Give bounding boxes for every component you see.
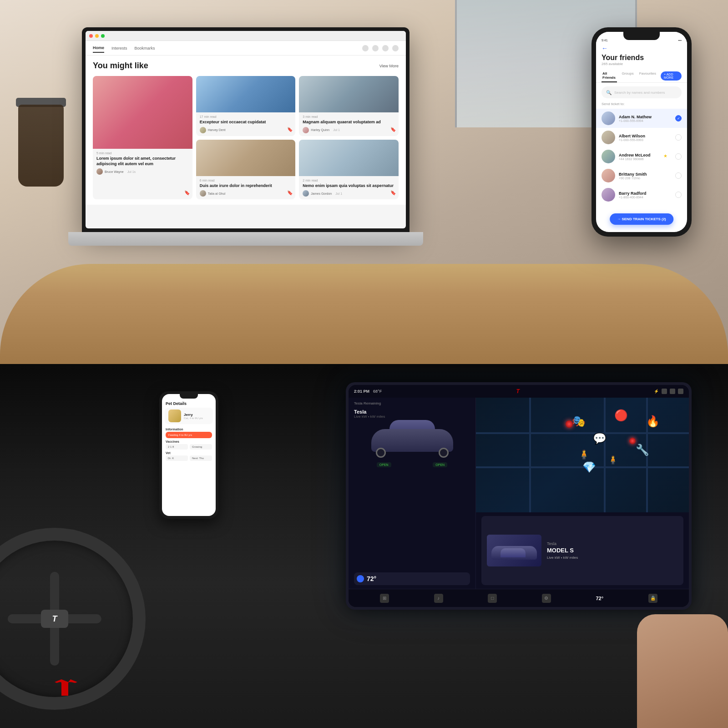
laptop-base [68, 232, 423, 246]
card-4[interactable]: 6 min read Duis aute irure dolor in repr… [196, 140, 296, 200]
friend-phone-barry: +1-800-400-8944 [619, 196, 672, 199]
card-5[interactable]: 2 min read Nemo enim ipsam quia voluptas… [299, 140, 399, 200]
phone-tab-groups[interactable]: Groups [621, 70, 634, 82]
car-phone-pet-row: Jerry Cat, 4 to 9U yrs [165, 408, 213, 424]
card-3-author: Harley Quinn Jul 1 [303, 127, 395, 133]
nav-tab-bookmarks[interactable]: Bookmarks [135, 44, 155, 52]
card-1-title: Lorem ipsum dolor sit amet, consectetur … [96, 156, 189, 167]
friend-check-albert[interactable] [675, 134, 682, 141]
search-icon[interactable] [362, 45, 369, 51]
tesla-bottom-phone-icon[interactable]: □ [488, 594, 497, 603]
close-button[interactable] [89, 34, 93, 38]
tesla-main-screen[interactable]: 2:01 PM 68°F T ⚡ Tesla Remaining Tesla L… [346, 382, 692, 610]
card-4-bookmark[interactable]: 🔖 [287, 190, 292, 196]
maximize-button[interactable] [101, 34, 105, 38]
tesla-wifi-icon [662, 389, 667, 394]
car-phone-screen: Pet Details Jerry Cat, 4 to 9U yrs Infor… [162, 394, 216, 516]
friend-info-brittany: Brittany Smith +90 208 7/2mo [619, 172, 672, 180]
page-title: You might like [93, 61, 148, 71]
card-4-image [196, 140, 296, 176]
phone-time: 9:41 [602, 39, 608, 42]
friend-item-andrew[interactable]: Andrew McLeod +44 1632 960886 ★ [596, 147, 687, 166]
card-1[interactable]: 5 min read Lorem ipsum dolor sit amet, c… [93, 76, 192, 199]
card-2-meta: 17 min read [200, 115, 292, 118]
tesla-status-icons: ⚡ [654, 389, 683, 394]
friend-star-andrew: ★ [663, 153, 670, 160]
friend-item-albert[interactable]: Albert Wilson +1-000-555-6993 [596, 128, 687, 147]
climate-temp: 72° [367, 575, 376, 582]
friend-avatar-adam [602, 111, 615, 125]
car-phone-sections: Information Feeding 4 to 9U yrs Vaccines… [162, 424, 216, 463]
nav-tab-interests[interactable]: Interests [111, 44, 127, 52]
climate-control[interactable]: 72° [354, 572, 470, 585]
friend-avatar-barry [602, 188, 615, 202]
friend-item-adam[interactable]: Adam N. Mathew +1-000-555-6994 ✓ [596, 109, 687, 128]
friend-check-brittany[interactable] [675, 172, 682, 179]
tesla-screen-inner: 2:01 PM 68°F T ⚡ Tesla Remaining Tesla L… [349, 385, 689, 607]
bottom-section: T Pet Details Jerry Cat, 4 to 9U yrs [0, 364, 728, 728]
door-label-rear[interactable]: OPEN [433, 462, 447, 467]
tesla-bottom-music-icon[interactable]: ♪ [434, 594, 443, 603]
tesla-map[interactable]: 🎭 💬 🔴 🔧 🔥 💎 🧍 🧍 [476, 398, 689, 512]
friend-phone-albert: +1-000-555-6993 [619, 138, 672, 142]
tesla-right-panel: 🎭 💬 🔴 🔧 🔥 💎 🧍 🧍 [476, 398, 689, 589]
card-1-author: Bruce Wayne Jul 1s [96, 168, 189, 175]
card-2-bookmark[interactable]: 🔖 [287, 127, 292, 132]
tesla-car-sub: Live kW • kW miles [349, 415, 475, 419]
card-2-title: Excepteur sint occaecat cupidatat [200, 120, 292, 125]
tesla-bottom-apps-icon[interactable]: ⚙ [542, 594, 551, 603]
tesla-panel-header: Tesla Remaining [349, 398, 475, 409]
view-more-link[interactable]: View More [379, 64, 399, 68]
car-phone-title: Pet Details [166, 401, 212, 406]
map-road-3 [529, 398, 531, 512]
card-4-body: 6 min read Duis aute irure dolor in repr… [196, 176, 296, 200]
nav-tab-home[interactable]: Home [93, 44, 104, 53]
tesla-ad-brand: Tesla [547, 541, 678, 546]
tesla-car-name: Tesla [349, 409, 475, 415]
info-card: Feeding 4 to 9U yrs [166, 432, 212, 438]
car-phone-notch [180, 394, 198, 399]
tesla-ad-detail: Live kW • kW miles [547, 556, 678, 560]
phone-tab-favourites[interactable]: Favourites [638, 70, 657, 82]
vaccines-section-label: Vaccines [166, 440, 212, 443]
friend-check-adam[interactable]: ✓ [675, 115, 682, 121]
card-1-time: Jul 1s [127, 170, 136, 173]
add-icon[interactable] [382, 45, 389, 51]
game-element-gem: 💎 [582, 461, 596, 474]
card-5-meta: 2 min read [303, 179, 395, 182]
card-5-image [299, 140, 399, 176]
card-1-bookmark[interactable]: 🔖 [184, 190, 189, 196]
friend-phone-andrew: +44 1632 960886 [619, 157, 660, 161]
friend-item-brittany[interactable]: Brittany Smith +90 208 7/2mo [596, 166, 687, 185]
minimize-button[interactable] [95, 34, 99, 38]
tesla-ad-model: MODEL S [547, 547, 678, 554]
tesla-status-bar: 2:01 PM 68°F T ⚡ [349, 385, 689, 398]
friend-item-barry[interactable]: Barry Radford +1-800-400-8944 [596, 185, 687, 204]
tesla-bottom-home-icon[interactable]: ⊞ [380, 594, 389, 603]
friend-name-andrew: Andrew McLeod [619, 153, 660, 157]
card-4-author-name: Talia al Ghul [208, 192, 226, 195]
phone: 9:41 ▪▪▪ ← Your friends 265 available Al… [592, 27, 692, 237]
friend-check-barry[interactable] [675, 192, 682, 198]
friend-check-andrew[interactable] [675, 153, 682, 160]
tesla-bottom-lock-icon[interactable]: 🔒 [648, 594, 657, 603]
send-train-tickets-button[interactable]: → SEND TRAIN TICKETS (2) [610, 213, 673, 225]
phone-search-bar[interactable]: 🔍 Search by names and numbers [602, 86, 682, 98]
card-3-bookmark[interactable]: 🔖 [390, 127, 395, 132]
friend-name-barry: Barry Radford [619, 191, 672, 196]
phone-tab-all-friends[interactable]: All Friends [602, 70, 617, 82]
profile-icon[interactable] [392, 45, 399, 51]
phone-back-button[interactable]: ← [602, 45, 682, 52]
tesla-ad-text: Tesla MODEL S Live kW • kW miles [547, 541, 678, 560]
card-2[interactable]: 17 min read Excepteur sint occaecat cupi… [196, 76, 296, 136]
friend-phone-brittany: +90 208 7/2mo [619, 177, 672, 180]
cards-grid: 5 min read Lorem ipsum dolor sit amet, c… [93, 76, 399, 199]
door-label-front[interactable]: OPEN [377, 462, 391, 467]
phone-add-more-button[interactable]: + ADD MORE [661, 71, 682, 81]
app-titlebar [86, 31, 406, 41]
notifications-icon[interactable] [372, 45, 379, 51]
phone-search-icon: 🔍 [606, 90, 612, 95]
card-3[interactable]: 3 min read Magnam aliquam quaerat volupt… [299, 76, 399, 136]
card-5-bookmark[interactable]: 🔖 [390, 190, 395, 196]
climate-icon [357, 575, 364, 582]
